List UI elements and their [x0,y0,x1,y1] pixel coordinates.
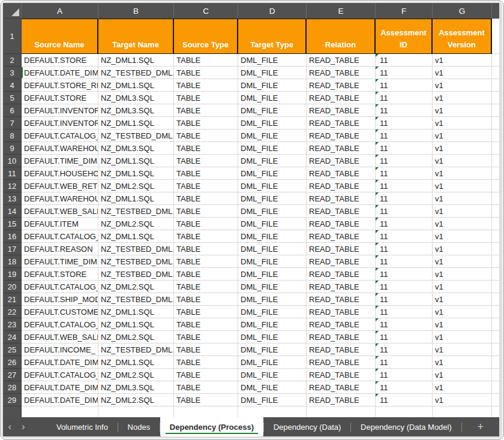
cell[interactable]: 11 [376,268,433,281]
cell[interactable]: DML_FILE [238,243,307,255]
cell[interactable]: v1 [433,394,492,406]
cell[interactable]: NZ_TESTBED_DML.S [98,293,174,306]
cell[interactable]: DEFAULT.CATALOG_ [22,281,98,293]
header-cell[interactable]: Assessment Version [433,19,492,54]
cell[interactable]: READ_TABLE [307,243,376,255]
cell[interactable]: v1 [433,293,492,306]
cell[interactable]: READ_TABLE [307,92,376,104]
row-number[interactable]: 28 [3,381,22,394]
cell[interactable]: NZ_DML2.SQL [98,281,174,293]
cell[interactable]: 11 [376,192,433,205]
column-letter-b[interactable]: B [98,3,174,19]
cell[interactable]: TABLE [174,394,238,406]
header-cell[interactable]: Source Type [174,19,238,54]
cell[interactable]: TABLE [174,255,238,268]
cell[interactable]: NZ_DML3.SQL [98,381,174,394]
cell[interactable]: DEFAULT.TIME_DIM [22,255,98,268]
cell[interactable]: DEFAULT.WEB_RETU [22,180,98,192]
row-number[interactable]: 20 [3,281,22,293]
cell[interactable]: v1 [433,142,492,155]
cell[interactable]: TABLE [174,318,238,331]
cell[interactable]: TABLE [174,117,238,129]
cell[interactable]: NZ_DML3.SQL [98,142,174,155]
row-number[interactable]: 12 [3,180,22,192]
cell[interactable]: 11 [376,255,433,268]
cell[interactable]: DEFAULT.INVENTOR [22,104,98,117]
cell[interactable]: TABLE [174,331,238,343]
cell[interactable] [174,406,238,417]
cell[interactable]: v1 [433,129,492,142]
cell[interactable]: NZ_DML2.SQL [98,180,174,192]
cell[interactable]: DML_FILE [238,268,307,281]
cell[interactable]: v1 [433,67,492,79]
cell[interactable]: READ_TABLE [307,205,376,218]
cell[interactable]: DML_FILE [238,318,307,331]
cell[interactable]: NZ_TESTBED_DML.S [98,268,174,281]
tabs-scroll-right-button[interactable]: › [17,417,31,436]
row-number[interactable]: 9 [3,142,22,155]
cell[interactable]: DEFAULT.ITEM [22,218,98,230]
cell[interactable]: READ_TABLE [307,218,376,230]
row-number[interactable]: 8 [3,129,22,142]
cell[interactable]: DEFAULT.WAREHOU [22,192,98,205]
cell[interactable]: DML_FILE [238,281,307,293]
cell[interactable]: v1 [433,117,492,129]
cell[interactable]: NZ_DML2.SQL [98,394,174,406]
cell[interactable]: DML_FILE [238,192,307,205]
sheet-tab-dependency-data[interactable]: Dependency (Data) [264,417,351,436]
cell[interactable]: DML_FILE [238,155,307,167]
cell[interactable]: DML_FILE [238,255,307,268]
cell[interactable]: TABLE [174,167,238,180]
cell[interactable]: DEFAULT.STORE [22,268,98,281]
column-letter-g[interactable]: G [433,3,492,19]
cell[interactable]: DEFAULT.SHIP_MOD [22,293,98,306]
row-number[interactable]: 3 [3,67,22,79]
cell[interactable]: DML_FILE [238,92,307,104]
cell[interactable]: v1 [433,318,492,331]
cell[interactable] [98,406,174,417]
cell[interactable]: READ_TABLE [307,255,376,268]
cell[interactable]: 11 [376,243,433,255]
row-number[interactable]: 24 [3,331,22,343]
cell[interactable]: v1 [433,192,492,205]
cell[interactable]: TABLE [174,343,238,356]
cell[interactable]: DML_FILE [238,79,307,92]
cell[interactable]: DEFAULT.WAREHOU [22,142,98,155]
row-number[interactable]: 22 [3,306,22,318]
row-number[interactable]: 6 [3,104,22,117]
cell[interactable]: TABLE [174,142,238,155]
cell[interactable]: TABLE [174,104,238,117]
cell[interactable]: READ_TABLE [307,79,376,92]
cell[interactable]: 11 [376,79,433,92]
cell[interactable]: 11 [376,180,433,192]
cell[interactable]: 11 [376,218,433,230]
cell[interactable]: 11 [376,331,433,343]
cell[interactable]: NZ_DML2.SQL [98,331,174,343]
cell[interactable]: DML_FILE [238,381,307,394]
cell[interactable]: READ_TABLE [307,54,376,67]
cell[interactable]: DEFAULT.DATE_DIM [22,381,98,394]
cell[interactable]: DML_FILE [238,205,307,218]
cell[interactable]: 11 [376,318,433,331]
cell[interactable]: 11 [376,293,433,306]
cell[interactable]: READ_TABLE [307,230,376,243]
cell[interactable]: DEFAULT.CATALOG_ [22,230,98,243]
row-number[interactable]: 14 [3,205,22,218]
cell[interactable]: TABLE [174,243,238,255]
cell[interactable]: 11 [376,369,433,381]
row-number[interactable]: 18 [3,255,22,268]
cell[interactable]: DML_FILE [238,306,307,318]
cell[interactable]: TABLE [174,129,238,142]
cell[interactable]: READ_TABLE [307,394,376,406]
cell[interactable]: v1 [433,79,492,92]
cell[interactable]: NZ_DML1.SQL [98,54,174,67]
row-number[interactable]: 13 [3,192,22,205]
cell[interactable]: DML_FILE [238,167,307,180]
cell[interactable]: DML_FILE [238,230,307,243]
cell[interactable]: 11 [376,54,433,67]
cell[interactable]: DEFAULT.INCOME_ [22,343,98,356]
cell[interactable]: READ_TABLE [307,293,376,306]
cell[interactable]: NZ_DML1.SQL [98,356,174,369]
row-number[interactable]: 10 [3,155,22,167]
cell[interactable]: READ_TABLE [307,129,376,142]
